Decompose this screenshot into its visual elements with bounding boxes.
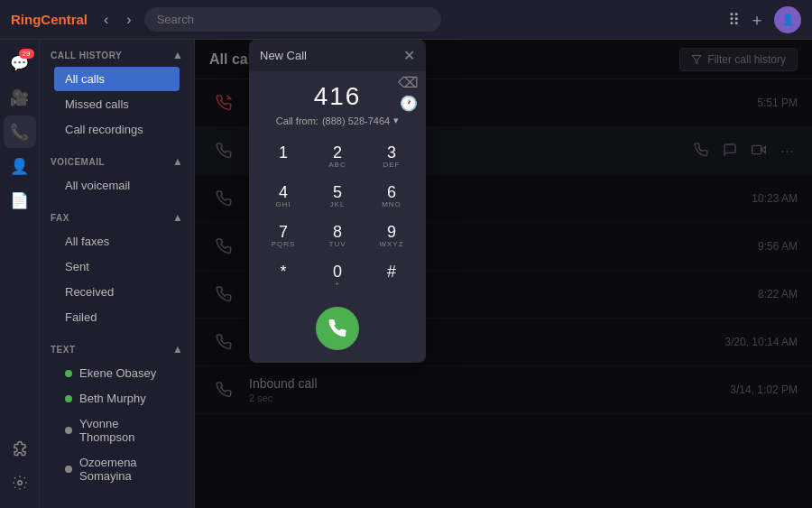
section-toggle-voicemail[interactable]: ▲	[172, 155, 183, 168]
sidebar-item-sent[interactable]: Sent	[54, 254, 180, 279]
apps-icon-button[interactable]: ⠿	[728, 10, 740, 30]
dialer-key-4[interactable]: 4GHI	[256, 177, 310, 217]
dialer-key-0[interactable]: 0+	[310, 256, 364, 296]
rail-extensions[interactable]	[4, 432, 36, 465]
app-logo: RingCentral	[11, 12, 88, 27]
sidebar-item-ekene-obasey[interactable]: Ekene Obasey	[54, 361, 180, 385]
dialer-key-1[interactable]: 1	[256, 137, 310, 177]
dialer-display: 416 ⌫ 🕐	[249, 71, 426, 115]
dialer-title: New Call	[260, 49, 307, 62]
sidebar-item-failed[interactable]: Failed	[54, 305, 180, 329]
sidebar-section-call-history: CALL HISTORY ▲ All calls Missed calls Ca…	[40, 40, 194, 146]
presence-dot-green	[65, 370, 72, 377]
presence-dot-green	[65, 395, 72, 402]
dialer-key-6[interactable]: 6MNO	[364, 177, 419, 217]
dialer-overlay: New Call ✕ 416 ⌫ 🕐 Call from: (888) 528-…	[195, 40, 812, 508]
dialer-key-2[interactable]: 2ABC	[310, 137, 364, 177]
dialer-key-star[interactable]: *	[256, 256, 310, 296]
sidebar-item-ozoemena-somayina[interactable]: Ozoemena Somayina	[54, 450, 180, 488]
sidebar: CALL HISTORY ▲ All calls Missed calls Ca…	[40, 40, 195, 508]
sidebar-item-all-calls[interactable]: All calls	[54, 67, 180, 91]
section-toggle-text[interactable]: ▲	[172, 343, 183, 356]
puzzle-icon	[12, 440, 28, 457]
content-area: All calls ⋯ Filter call history	[195, 40, 812, 508]
rail-phone[interactable]: 📞	[4, 115, 36, 148]
rail-messages[interactable]: 💬 29	[4, 47, 36, 79]
section-title-call-history: CALL HISTORY	[51, 51, 122, 60]
avatar[interactable]: 👤	[774, 6, 801, 33]
phone-call-icon	[328, 319, 347, 338]
dialer-key-5[interactable]: 5JKL	[310, 177, 364, 217]
contact-label: Ozoemena Somayina	[79, 456, 169, 483]
sidebar-item-received[interactable]: Received	[54, 280, 180, 304]
dialer-call-area	[249, 300, 426, 363]
main-layout: 💬 29 🎥 📞 👤 📄	[0, 40, 812, 508]
topbar-icons: ⠿ ＋ 👤	[728, 6, 801, 33]
dialer-from-chevron[interactable]: ▾	[393, 115, 399, 126]
dialer-call-button[interactable]	[316, 307, 359, 350]
rail-fax[interactable]: 📄	[4, 184, 36, 217]
phone-icon: 📞	[10, 123, 29, 142]
rail-settings[interactable]	[4, 466, 36, 499]
presence-dot-gray	[65, 466, 72, 473]
sidebar-section-fax: FAX ▲ All faxes Sent Received Failed	[40, 202, 194, 334]
section-toggle-fax[interactable]: ▲	[172, 211, 183, 224]
sidebar-item-beth-murphy[interactable]: Beth Murphy	[54, 386, 180, 411]
search-input[interactable]	[144, 7, 442, 32]
topbar: RingCentral ‹ › ⠿ ＋ 👤	[0, 0, 812, 40]
section-title-text: TEXT	[51, 345, 76, 355]
icon-rail: 💬 29 🎥 📞 👤 📄	[0, 40, 40, 508]
section-title-fax: FAX	[51, 213, 69, 223]
contacts-icon: 👤	[10, 157, 29, 176]
dialer-from-label: Call from:	[276, 115, 318, 126]
dialer-key-8[interactable]: 8TUV	[310, 217, 364, 256]
dialer-backspace-button[interactable]: ⌫	[398, 74, 419, 91]
settings-icon	[12, 475, 28, 491]
dialer-from-number: (888) 528-7464	[322, 115, 390, 126]
rail-contacts[interactable]: 👤	[4, 150, 36, 182]
contact-label: Yvonne Thompson	[79, 417, 169, 444]
contact-label: Beth Murphy	[79, 392, 146, 405]
fax-icon: 📄	[10, 191, 29, 210]
dialer-key-hash[interactable]: #	[364, 256, 419, 296]
section-toggle-call-history[interactable]: ▲	[172, 49, 183, 61]
contact-label: Ekene Obasey	[79, 366, 156, 380]
sidebar-item-call-recordings[interactable]: Call recordings	[54, 117, 180, 142]
nav-back-button[interactable]: ‹	[98, 8, 114, 32]
dialer-display-actions: ⌫ 🕐	[398, 74, 419, 112]
sidebar-section-voicemail: VOICEMAIL ▲ All voicemail	[40, 146, 194, 202]
presence-dot-gray	[65, 427, 72, 434]
sidebar-item-all-voicemail[interactable]: All voicemail	[54, 173, 180, 198]
sidebar-item-missed-calls[interactable]: Missed calls	[54, 92, 180, 116]
video-icon: 🎥	[10, 88, 29, 107]
sidebar-section-text: TEXT ▲ Ekene Obasey Beth Murphy Yvonne T…	[40, 334, 194, 493]
rail-video[interactable]: 🎥	[4, 81, 36, 114]
dialer-close-button[interactable]: ✕	[403, 47, 415, 64]
dialer-key-9[interactable]: 9WXYZ	[364, 217, 419, 256]
nav-forward-button[interactable]: ›	[121, 8, 136, 32]
add-button[interactable]: ＋	[749, 9, 765, 31]
dialer-key-7[interactable]: 7PQRS	[256, 217, 310, 256]
section-title-voicemail: VOICEMAIL	[51, 157, 105, 167]
dialer-header: New Call ✕	[249, 40, 426, 71]
dialer-clock-button[interactable]: 🕐	[398, 95, 419, 112]
sidebar-item-all-faxes[interactable]: All faxes	[54, 229, 180, 254]
sidebar-item-yvonne-thompson[interactable]: Yvonne Thompson	[54, 411, 180, 449]
messages-badge: 29	[19, 49, 34, 59]
dialer-key-3[interactable]: 3DEF	[364, 137, 419, 177]
dialer: New Call ✕ 416 ⌫ 🕐 Call from: (888) 528-…	[249, 40, 426, 363]
dialer-number: 416	[314, 82, 362, 110]
dialer-keypad: 1 2ABC 3DEF 4GHI 5JKL 6MNO 7PQRS 8TUV 9W…	[249, 134, 426, 300]
svg-point-0	[17, 481, 22, 485]
dialer-from: Call from: (888) 528-7464 ▾	[249, 115, 426, 134]
